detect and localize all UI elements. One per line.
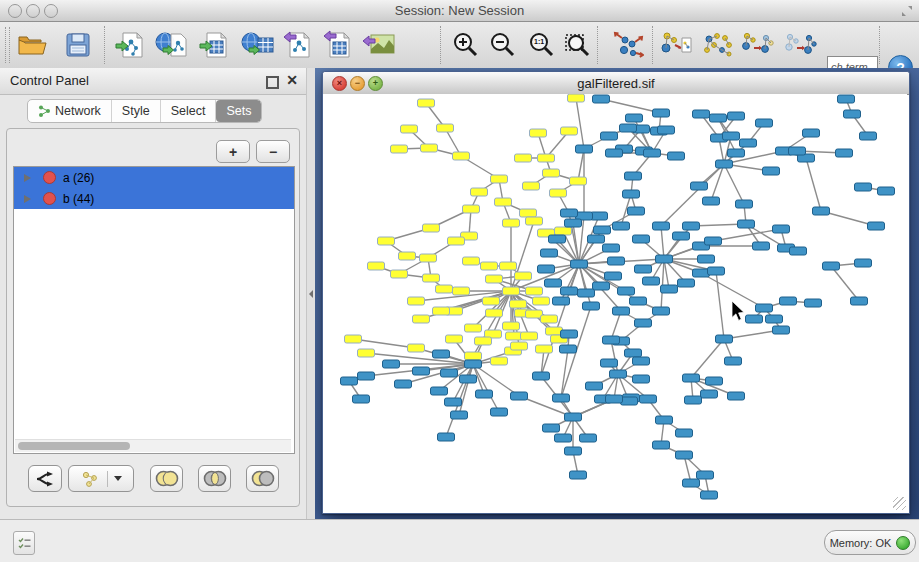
graph-node[interactable]: [441, 369, 458, 377]
graph-node[interactable]: [836, 149, 853, 157]
collapse-arrow-icon[interactable]: [309, 290, 313, 298]
graph-node[interactable]: [756, 304, 773, 312]
graph-node[interactable]: [503, 287, 520, 295]
graph-node[interactable]: [613, 307, 630, 315]
graph-node[interactable]: [746, 315, 763, 323]
graph-node[interactable]: [555, 434, 572, 442]
expander-icon[interactable]: [24, 195, 31, 203]
graph-node[interactable]: [451, 411, 468, 419]
save-session-button[interactable]: [58, 25, 98, 65]
zoom-in-button[interactable]: [445, 25, 485, 65]
graph-node[interactable]: [725, 357, 742, 365]
graph-node[interactable]: [453, 287, 470, 295]
graph-node[interactable]: [603, 336, 620, 344]
merge-networks-button[interactable]: [737, 25, 777, 65]
graph-node[interactable]: [813, 207, 830, 215]
network-frame[interactable]: × − + galFiltered.sif: [322, 71, 910, 514]
graph-node[interactable]: [503, 219, 520, 227]
graph-node[interactable]: [565, 219, 582, 227]
graph-node[interactable]: [560, 345, 577, 353]
graph-node[interactable]: [653, 307, 670, 315]
export-network-button[interactable]: [278, 25, 318, 65]
graph-node[interactable]: [437, 124, 454, 132]
scrollbar-thumb[interactable]: [18, 442, 130, 450]
graph-node[interactable]: [543, 424, 560, 432]
graph-node[interactable]: [860, 132, 877, 140]
graph-node[interactable]: [445, 398, 462, 406]
graph-node[interactable]: [491, 175, 508, 183]
graph-node[interactable]: [855, 183, 872, 191]
tab-sets[interactable]: Sets: [216, 100, 261, 122]
graph-node[interactable]: [851, 297, 868, 305]
graph-node[interactable]: [580, 434, 597, 442]
graph-node[interactable]: [538, 154, 555, 162]
graph-node[interactable]: [568, 94, 585, 102]
network-frame-titlebar[interactable]: × − + galFiltered.sif: [323, 72, 909, 95]
graph-node[interactable]: [383, 360, 400, 368]
graph-node[interactable]: [683, 479, 700, 487]
graph-node[interactable]: [465, 324, 482, 332]
graph-node[interactable]: [716, 160, 733, 168]
graph-node[interactable]: [503, 322, 520, 330]
fullscreen-icon[interactable]: [901, 5, 913, 17]
graph-node[interactable]: [603, 244, 620, 252]
graph-node[interactable]: [541, 249, 558, 257]
graph-node[interactable]: [855, 259, 872, 267]
graph-node[interactable]: [533, 372, 550, 380]
graph-node[interactable]: [653, 109, 670, 117]
graph-node[interactable]: [780, 297, 797, 305]
graph-node[interactable]: [520, 209, 537, 217]
graph-node[interactable]: [626, 114, 643, 122]
graph-node[interactable]: [378, 237, 395, 245]
graph-node[interactable]: [823, 262, 840, 270]
graph-node[interactable]: [541, 315, 558, 323]
graph-node[interactable]: [805, 299, 822, 307]
graph-node[interactable]: [716, 335, 733, 343]
graph-node[interactable]: [773, 326, 790, 334]
graph-node[interactable]: [640, 395, 657, 403]
set-row-b[interactable]: b (44): [14, 188, 294, 209]
graph-node[interactable]: [418, 99, 435, 107]
graph-node[interactable]: [465, 360, 482, 368]
dropdown-arrow-icon[interactable]: [114, 476, 122, 481]
graph-node[interactable]: [621, 397, 638, 405]
graph-node[interactable]: [571, 260, 588, 268]
apply-layout-button[interactable]: [608, 25, 648, 65]
graph-node[interactable]: [728, 112, 745, 120]
graph-node[interactable]: [586, 382, 603, 390]
graph-node[interactable]: [550, 189, 567, 197]
graph-node[interactable]: [486, 309, 503, 317]
graph-node[interactable]: [605, 272, 622, 280]
window-titlebar[interactable]: Session: New Session: [0, 0, 919, 22]
graph-node[interactable]: [656, 255, 673, 263]
graph-node[interactable]: [593, 95, 610, 103]
graph-node[interactable]: [766, 315, 783, 323]
venn-union-button[interactable]: [150, 465, 183, 492]
graph-node[interactable]: [423, 224, 440, 232]
graph-node[interactable]: [668, 152, 685, 160]
graph-node[interactable]: [475, 337, 492, 345]
export-image-button[interactable]: [358, 25, 398, 65]
graph-node[interactable]: [533, 297, 550, 305]
graph-node[interactable]: [705, 237, 722, 245]
graph-node[interactable]: [446, 335, 463, 343]
venn-intersection-button[interactable]: [198, 465, 231, 492]
graph-node[interactable]: [538, 265, 555, 273]
add-set-button[interactable]: +: [216, 140, 250, 163]
graph-node[interactable]: [803, 129, 820, 137]
zoom-actual-size-button[interactable]: 1:1: [521, 25, 561, 65]
graph-node[interactable]: [546, 327, 563, 335]
graph-node[interactable]: [685, 396, 702, 404]
graph-node[interactable]: [756, 119, 773, 127]
graph-node[interactable]: [728, 392, 745, 400]
graph-node[interactable]: [495, 198, 512, 206]
graph-node[interactable]: [683, 222, 700, 230]
close-panel-icon[interactable]: ✕: [286, 72, 298, 88]
graph-node[interactable]: [549, 235, 566, 243]
graph-node[interactable]: [433, 350, 450, 358]
graph-node[interactable]: [358, 372, 375, 380]
difference-networks-button[interactable]: [780, 25, 820, 65]
graph-node[interactable]: [510, 300, 527, 308]
graph-node[interactable]: [658, 126, 675, 134]
graph-node[interactable]: [698, 255, 715, 263]
